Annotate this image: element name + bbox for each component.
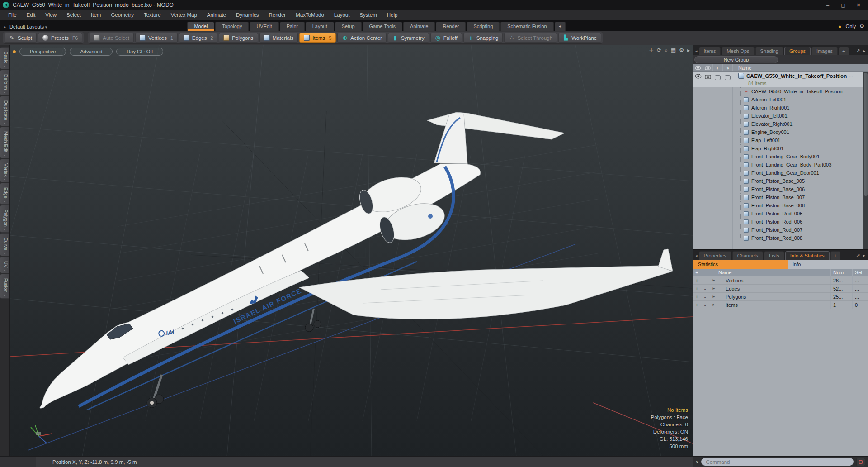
camera-mode-button[interactable]: Perspective bbox=[19, 48, 66, 56]
group-item-front-piston-base-008[interactable]: Front_Piston_Base_008 bbox=[693, 201, 863, 210]
group-more[interactable]: ... bbox=[849, 73, 853, 78]
snapping-button[interactable]: Snapping bbox=[463, 33, 503, 43]
grid-icon[interactable]: ▦ bbox=[671, 47, 676, 53]
filter-b-icon[interactable]: ◑ bbox=[723, 64, 733, 71]
groups-scrollbar[interactable] bbox=[863, 72, 868, 249]
group-row-selected[interactable]: CAEW_G550_White_in_Takeoff_Position ... … bbox=[693, 72, 868, 87]
maximize-button[interactable]: ▢ bbox=[836, 1, 850, 9]
materials-button[interactable]: Materials bbox=[259, 33, 298, 43]
menu-layout[interactable]: Layout bbox=[330, 11, 354, 19]
collapse-all-column[interactable]: - bbox=[701, 269, 709, 276]
auto-select-button[interactable]: Auto Select bbox=[90, 33, 134, 43]
chevron-right-icon[interactable]: ▸ bbox=[687, 47, 690, 53]
row-camera-icon[interactable] bbox=[705, 74, 711, 80]
command-input[interactable] bbox=[701, 458, 854, 466]
menu-animate[interactable]: Animate bbox=[203, 11, 231, 19]
row-arrow-icon[interactable]: ► bbox=[709, 293, 718, 300]
group-item-front-piston-rod-005[interactable]: Front_Piston_Rod_005 bbox=[693, 210, 863, 218]
group-item-elevator-right001[interactable]: Elevator_Right001 bbox=[693, 120, 863, 128]
record-button[interactable] bbox=[856, 458, 865, 466]
row-checkbox-a[interactable] bbox=[715, 75, 721, 80]
menu-help[interactable]: Help bbox=[382, 11, 402, 19]
layout-tab-topology[interactable]: Topology bbox=[215, 22, 249, 31]
row-expand-icon[interactable]: + bbox=[693, 293, 701, 300]
render-camera-icon[interactable] bbox=[703, 64, 713, 71]
layout-tab-render[interactable]: Render bbox=[436, 22, 466, 31]
panel-tab-[interactable]: + bbox=[839, 47, 849, 55]
orbit-icon[interactable]: ⟳ bbox=[657, 47, 661, 53]
group-item-front-landing-gear-body001[interactable]: Front_Landing_Gear_Body001 bbox=[693, 152, 863, 161]
Polygons[interactable]: + - ► Polygons 25... ... bbox=[693, 293, 868, 301]
menu-geometry[interactable]: Geometry bbox=[106, 11, 138, 19]
viewport-canvas[interactable]: ISRAEL AIR FORCE IAI bbox=[10, 45, 693, 456]
group-item-front-piston-base-005[interactable]: Front_Piston_Base_005 bbox=[693, 177, 863, 185]
layouts-pin-icon[interactable]: ▲ bbox=[3, 24, 7, 29]
expand-panel-icon-2[interactable]: ↗ bbox=[855, 253, 861, 260]
group-item-engine-body001[interactable]: Engine_Body001 bbox=[693, 128, 863, 136]
falloff-button[interactable]: Falloff bbox=[430, 33, 462, 43]
row-expand-icon[interactable]: + bbox=[693, 276, 701, 284]
polygons-button[interactable]: Polygons bbox=[219, 33, 258, 43]
row-expand-icon[interactable]: + bbox=[693, 285, 701, 292]
layout-tab-game-tools[interactable]: Game Tools bbox=[363, 22, 403, 31]
row-checkbox-b[interactable] bbox=[725, 75, 731, 80]
filter-a-icon[interactable]: ◐ bbox=[713, 64, 723, 71]
only-toggle[interactable]: Only bbox=[846, 24, 856, 29]
Edges[interactable]: + - ► Edges 52... ... bbox=[693, 285, 868, 293]
panel-tab-images[interactable]: Images bbox=[811, 47, 838, 55]
Items[interactable]: + - ► Items 1 0 bbox=[693, 301, 868, 309]
layout-tab-setup[interactable]: Setup bbox=[335, 22, 362, 31]
shading-mode-button[interactable]: Advanced bbox=[70, 48, 113, 56]
row-arrow-icon[interactable]: ► bbox=[709, 285, 718, 292]
minimize-button[interactable]: – bbox=[821, 1, 835, 9]
sculpt-button[interactable]: Sculpt bbox=[5, 33, 37, 43]
panel-tab-lists[interactable]: Lists bbox=[764, 251, 784, 260]
layout-tab-uvedit[interactable]: UVEdit bbox=[250, 22, 278, 31]
left-tab-polygon[interactable]: Polygon bbox=[0, 205, 9, 233]
group-item-front-piston-base-006[interactable]: Front_Piston_Base_006 bbox=[693, 185, 863, 193]
raygl-button[interactable]: Ray GL: Off bbox=[116, 48, 163, 56]
menu-view[interactable]: View bbox=[41, 11, 61, 19]
menu-select[interactable]: Select bbox=[62, 11, 85, 19]
left-tab-fusion[interactable]: Fusion bbox=[0, 274, 9, 299]
default-layouts-dropdown[interactable]: Default Layouts bbox=[9, 24, 47, 29]
pan-icon[interactable]: ✛ bbox=[649, 47, 654, 53]
group-item-aileron-right001[interactable]: Aileron_Right001 bbox=[693, 104, 863, 112]
menu-file[interactable]: File bbox=[4, 11, 21, 19]
edges-button[interactable]: Edges 2 bbox=[179, 33, 217, 43]
layout-tab-model[interactable]: Model bbox=[187, 22, 214, 31]
scrollbar-thumb[interactable] bbox=[864, 73, 868, 196]
panel-tab-mesh-ops[interactable]: Mesh Ops bbox=[722, 47, 754, 55]
row-collapse-icon[interactable]: - bbox=[701, 301, 709, 309]
row-arrow-icon[interactable]: ► bbox=[709, 301, 718, 309]
menu-maxtomodo[interactable]: MaxToModo bbox=[291, 11, 329, 19]
panel-tab-items[interactable]: Items bbox=[699, 47, 721, 55]
group-item-front-landing-gear-door001[interactable]: Front_Landing_Gear_Door001 bbox=[693, 169, 863, 177]
layout-tab-paint[interactable]: Paint bbox=[280, 22, 305, 31]
row-arrow-icon[interactable]: ► bbox=[709, 276, 718, 284]
row-collapse-icon[interactable]: - bbox=[701, 293, 709, 300]
layout-tab-schematic-fusion[interactable]: Schematic Fusion bbox=[500, 22, 553, 31]
panel-menu-icon-2[interactable]: ▸ bbox=[862, 253, 866, 260]
group-item-front-piston-rod-006[interactable]: Front_Piston_Rod_006 bbox=[693, 218, 863, 226]
left-tab-duplicate[interactable]: Duplicate bbox=[0, 96, 9, 126]
panel-tab-[interactable]: + bbox=[830, 251, 840, 260]
symmetry-button[interactable]: Symmetry bbox=[388, 33, 429, 43]
group-item-front-piston-rod-007[interactable]: Front_Piston_Rod_007 bbox=[693, 226, 863, 234]
group-item-flap-right001[interactable]: Flap_Right001 bbox=[693, 144, 863, 152]
panel-tab-groups[interactable]: Groups bbox=[784, 47, 811, 55]
visibility-eye-icon[interactable] bbox=[693, 64, 703, 71]
subtab-statistics[interactable]: Statistics bbox=[693, 260, 788, 269]
left-tab-basic[interactable]: Basic bbox=[0, 47, 9, 69]
menu-edit[interactable]: Edit bbox=[22, 11, 40, 19]
viewport-gear-icon[interactable]: ⚙ bbox=[679, 47, 684, 53]
layout-tab-layout[interactable]: Layout bbox=[306, 22, 334, 31]
menu-vertex-map[interactable]: Vertex Map bbox=[166, 11, 202, 19]
left-tab-vertex[interactable]: Vertex bbox=[0, 159, 9, 183]
panel-menu-icon[interactable]: ▸ bbox=[862, 48, 866, 55]
panel-tab-channels[interactable]: Channels bbox=[732, 251, 763, 260]
menu-item[interactable]: Item bbox=[86, 11, 105, 19]
close-button[interactable]: ✕ bbox=[852, 1, 865, 9]
layout-tab-scripting[interactable]: Scripting bbox=[467, 22, 500, 31]
layout-tab-[interactable]: + bbox=[555, 22, 566, 31]
